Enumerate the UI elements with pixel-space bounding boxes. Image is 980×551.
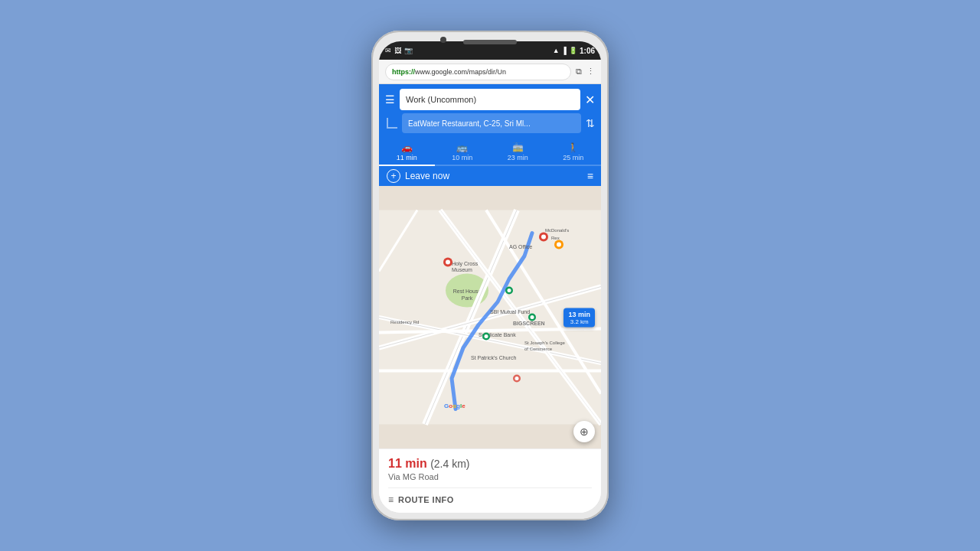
add-time-button[interactable]: + [387, 169, 400, 183]
route-info-bar[interactable]: ≡ ROUTE INFO [388, 487, 592, 505]
browser-bar: https:// www.google.com/maps/dir/Un ⧉ ⋮ [379, 60, 601, 84]
my-location-button[interactable]: ⊕ [573, 421, 595, 442]
swap-icon[interactable]: ⇅ [586, 117, 595, 129]
leave-now-label[interactable]: Leave now [405, 171, 583, 181]
car-icon: 🚗 [401, 142, 413, 153]
location-icon: ⊕ [580, 425, 589, 438]
svg-text:Park: Park [462, 295, 473, 301]
svg-point-35 [531, 315, 534, 319]
hamburger-icon[interactable]: ☰ [385, 93, 395, 106]
route-via: Via MG Road [388, 472, 592, 481]
phone-notch [463, 40, 517, 44]
route-time: 11 min [388, 457, 427, 470]
origin-text: Work (Uncommon) [406, 95, 476, 104]
origin-row: ☰ Work (Uncommon) ✕ [385, 89, 595, 110]
url-https: https:// [392, 68, 415, 76]
route-summary: 11 min (2.4 km) Via MG Road [388, 457, 592, 481]
origin-input[interactable]: Work (Uncommon) [400, 89, 580, 110]
badge-time: 13 min [568, 310, 590, 318]
transport-tabs: 🚗 11 min 🚌 10 min 🚋 23 min 🚶 25 min [379, 138, 601, 166]
walk-icon: 🚶 [567, 142, 579, 153]
wifi-icon: ▲ [553, 47, 560, 54]
status-left-icons: ✉ 🖼 📷 [385, 47, 413, 54]
tab-train[interactable]: 🚋 23 min [490, 139, 546, 166]
bus-time: 10 min [452, 154, 472, 161]
svg-text:Holy Cross: Holy Cross [452, 261, 479, 267]
search-header: ☰ Work (Uncommon) ✕ EatWater Restaurant,… [379, 84, 601, 138]
svg-text:AG Office: AG Office [509, 244, 532, 249]
close-icon[interactable]: ✕ [585, 93, 595, 107]
walk-time: 25 min [563, 154, 583, 161]
svg-text:Google: Google [444, 403, 466, 409]
maps-container: ☰ Work (Uncommon) ✕ EatWater Restaurant,… [379, 84, 601, 513]
route-info-icon: ≡ [388, 494, 394, 505]
svg-point-31 [508, 289, 511, 292]
signal-icon: ▐ [562, 47, 567, 54]
clock: 1:06 [580, 47, 595, 55]
bus-icon: 🚌 [456, 142, 468, 153]
train-time: 23 min [508, 154, 528, 161]
phone-screen: ✉ 🖼 📷 ▲ ▐ 🔋 1:06 https:// www.google.com… [379, 41, 601, 513]
menu-icon[interactable]: ⋮ [586, 67, 595, 77]
destination-row: EatWater Restaurant, C-25, Sri Ml... ⇅ [385, 113, 595, 133]
destination-text: EatWater Restaurant, C-25, Sri Ml... [408, 119, 531, 128]
message-icon: ✉ [385, 47, 391, 54]
svg-point-29 [541, 235, 546, 240]
svg-point-33 [485, 334, 488, 338]
svg-text:of Commerce: of Commerce [524, 347, 553, 351]
svg-text:St Patrick's Church: St Patrick's Church [471, 355, 516, 360]
bottom-panel: 11 min (2.4 km) Via MG Road ≡ ROUTE INFO [379, 448, 601, 513]
svg-text:Rest House: Rest House [453, 289, 482, 294]
filter-icon[interactable]: ≡ [587, 170, 593, 182]
phone-frame: ✉ 🖼 📷 ▲ ▐ 🔋 1:06 https:// www.google.com… [371, 31, 609, 520]
url-bar[interactable]: https:// www.google.com/maps/dir/Un [385, 64, 571, 80]
camera-icon: 📷 [404, 47, 413, 54]
photo-icon: 🖼 [394, 47, 401, 54]
tab-driving[interactable]: 🚗 11 min [379, 139, 435, 166]
route-distance: (2.4 km) [430, 458, 469, 470]
svg-text:Residency Rd: Residency Rd [390, 320, 419, 324]
tab-walk[interactable]: 🚶 25 min [546, 139, 602, 166]
route-time-badge: 13 min 3.2 km [564, 308, 595, 327]
tab-bus[interactable]: 🚌 10 min [435, 139, 491, 166]
svg-text:McDonald's: McDonald's [545, 228, 569, 233]
svg-text:SBI Mutual Fund: SBI Mutual Fund [490, 309, 530, 315]
status-right-icons: ▲ ▐ 🔋 1:06 [553, 47, 595, 55]
url-rest: www.google.com/maps/dir/Un [415, 68, 506, 76]
svg-point-37 [515, 377, 519, 380]
phone-camera [440, 37, 446, 43]
svg-text:Rex: Rex [551, 236, 560, 240]
svg-point-27 [446, 260, 450, 265]
tab-icon[interactable]: ⧉ [576, 67, 582, 77]
train-icon: 🚋 [512, 142, 524, 153]
map-area[interactable]: Rest House Park [379, 186, 601, 448]
svg-text:BIGSCREEN: BIGSCREEN [513, 321, 545, 326]
destination-input[interactable]: EatWater Restaurant, C-25, Sri Ml... [402, 113, 581, 133]
battery-icon: 🔋 [569, 47, 577, 54]
svg-text:St Joseph's College: St Joseph's College [524, 341, 566, 345]
route-info-label: ROUTE INFO [398, 495, 454, 504]
leave-now-bar: + Leave now ≡ [379, 166, 601, 186]
badge-distance: 3.2 km [568, 318, 590, 324]
driving-time: 11 min [397, 154, 417, 161]
svg-point-39 [557, 243, 561, 247]
svg-text:Museum: Museum [452, 267, 472, 272]
